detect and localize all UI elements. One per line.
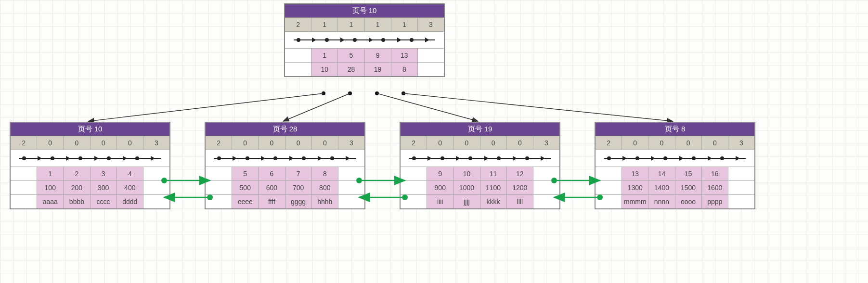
- diagram-canvas: 页号 10 2 1 1 1 1 3 1 5 9 13: [0, 0, 868, 283]
- count-cell: 1: [391, 18, 418, 32]
- sibling-link-2-3: [549, 176, 605, 202]
- svg-point-8: [161, 178, 167, 183]
- count-cell: 1: [338, 18, 364, 32]
- key-cell: 1: [311, 49, 338, 63]
- ptr-cell: 19: [365, 63, 391, 76]
- leaf-node-1: 页号 28 2 0 0 0 0 3 5 6 7 8: [205, 122, 365, 209]
- svg-point-18: [597, 194, 603, 200]
- leaf-pointer-row: [11, 150, 169, 167]
- leaf-data-row: aaaa bbbb cccc dddd: [11, 195, 169, 208]
- svg-point-16: [551, 178, 557, 183]
- key-cell: 5: [338, 49, 364, 63]
- svg-point-3: [402, 91, 405, 95]
- svg-point-10: [207, 194, 213, 200]
- leaf-title: 页号 10: [11, 123, 169, 136]
- ptr-cell: 8: [391, 63, 418, 76]
- svg-point-14: [402, 194, 408, 200]
- count-cell: 2: [285, 18, 311, 32]
- root-keys-row: 1 5 9 13: [285, 49, 444, 63]
- root-pointer-row: [285, 32, 444, 49]
- svg-line-7: [403, 93, 673, 121]
- root-counts-row: 2 1 1 1 1 3: [285, 18, 444, 32]
- root-ptrs-row: 10 28 19 8: [285, 63, 444, 76]
- svg-point-2: [375, 91, 379, 95]
- key-cell: 13: [391, 49, 418, 63]
- ptr-cell: 28: [338, 63, 364, 76]
- svg-line-5: [283, 93, 350, 121]
- svg-point-12: [356, 178, 362, 183]
- svg-point-1: [348, 91, 352, 95]
- count-cell: 1: [365, 18, 391, 32]
- leaf-title: 页号 28: [206, 123, 364, 136]
- leaf-title: 页号 19: [401, 123, 559, 136]
- count-cell: 3: [418, 18, 444, 32]
- count-cell: 1: [311, 18, 338, 32]
- leaf-counts-row: 2 0 0 0 0 3: [11, 136, 169, 150]
- leaf-data-row: 100 200 300 400: [11, 181, 169, 195]
- sibling-link-0-1: [159, 176, 215, 202]
- svg-line-6: [377, 93, 478, 121]
- svg-line-4: [88, 93, 324, 121]
- leaf-title: 页号 8: [596, 123, 754, 136]
- key-cell: 9: [365, 49, 391, 63]
- leaf-node-3: 页号 8 2 0 0 0 0 3 13 14 15 16: [595, 122, 755, 209]
- root-node: 页号 10 2 1 1 1 1 3 1 5 9 13: [284, 3, 445, 77]
- leaf-node-0: 页号 10 2 0 0 0 0 3 1 2 3 4: [10, 122, 170, 209]
- ptr-cell: 10: [311, 63, 338, 76]
- leaf-data-row: 1 2 3 4: [11, 167, 169, 181]
- leaf-node-2: 页号 19 2 0 0 0 0 3 9 10 11 12: [400, 122, 560, 209]
- root-title: 页号 10: [285, 4, 444, 18]
- svg-point-0: [322, 91, 325, 95]
- sibling-link-1-2: [354, 176, 410, 202]
